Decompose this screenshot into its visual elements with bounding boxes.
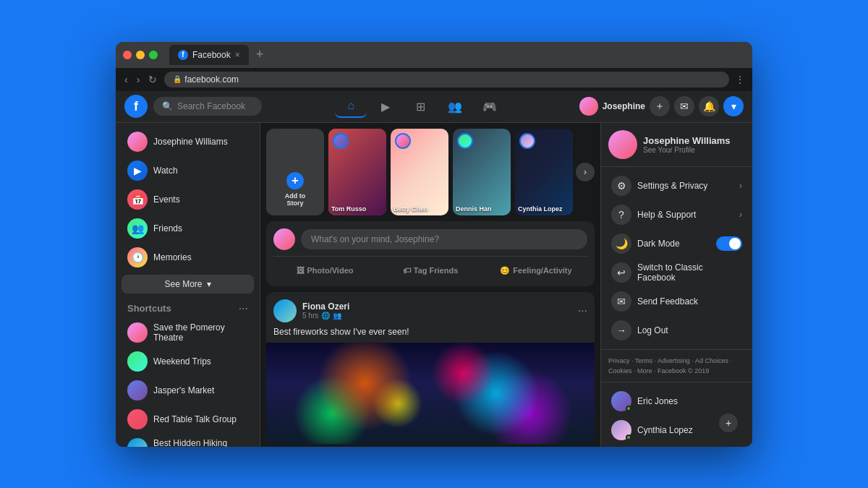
address-input[interactable]: 🔒 facebook.com (164, 72, 729, 87)
sidebar-item-events[interactable]: 📅 Events (122, 185, 254, 214)
sidebar-item-profile[interactable]: Josephine Williams (122, 127, 254, 156)
story-label-tom: Tom Russo (331, 205, 383, 213)
friend-item-betty[interactable]: Betty Chen (605, 445, 748, 446)
maximize-traffic-light[interactable] (149, 51, 158, 59)
nav-groups-button[interactable]: 👥 (439, 95, 471, 118)
footer-text: Privacy · Terms · Advertising · Ad Choic… (608, 356, 745, 377)
shortcut-4-label: Best Hidden Hiking Trails (153, 438, 248, 447)
profile-card-avatar (608, 130, 637, 159)
browser-more-button[interactable]: ⋮ (735, 74, 745, 85)
online-indicator-2 (626, 435, 631, 440)
post-input-row: What's on your mind, Josephine? (273, 228, 587, 250)
add-friend-button[interactable]: + (719, 414, 738, 432)
friend-cynthia-name: Cynthia Lopez (637, 425, 693, 435)
search-input[interactable]: Search Facebook (177, 101, 245, 111)
story-label-betty: Betty Chen (393, 205, 446, 213)
nav-gaming-button[interactable]: 🎮 (474, 95, 506, 118)
refresh-button[interactable]: ↻ (147, 72, 158, 87)
sidebar-item-friends[interactable]: 👥 Friends (122, 214, 254, 243)
shortcuts-more-button[interactable]: ··· (239, 302, 248, 315)
online-indicator (626, 406, 631, 411)
lock-icon: 🔒 (173, 75, 182, 83)
tab-close-button[interactable]: × (235, 50, 240, 60)
send-feedback-label: Send Feedback (637, 296, 742, 307)
feed-post: Fiona Ozeri 5 hrs 🌐 👥 ··· Best fireworks… (266, 292, 595, 444)
post-box: What's on your mind, Josephine? 🖼 Photo/… (266, 221, 595, 286)
feeling-icon: 😊 (500, 266, 510, 275)
events-icon: 📅 (127, 189, 148, 210)
profile-card[interactable]: Josephine Williams See Your Profile (601, 123, 752, 167)
dark-mode-toggle-switch[interactable] (716, 236, 742, 251)
friend-eric-name: Eric Jones (637, 396, 678, 406)
sidebar-shortcut-2[interactable]: Jasper's Market (122, 376, 254, 405)
log-out-item[interactable]: → Log Out (605, 316, 748, 345)
nav-marketplace-button[interactable]: ⊞ (404, 95, 436, 118)
friends-section: Eric Jones Cynthia Lopez Betty Chen (601, 382, 752, 446)
facebook-logo[interactable]: f (124, 95, 148, 118)
shortcut-0-label: Save the Pomeroy Theatre (153, 322, 248, 343)
search-bar[interactable]: 🔍 Search Facebook (153, 97, 262, 116)
shortcut-3-icon (127, 409, 148, 429)
settings-privacy-item[interactable]: ⚙ Settings & Privacy › (605, 171, 748, 200)
help-support-item[interactable]: ? Help & Support › (605, 200, 748, 229)
nav-menu-button[interactable]: ▾ (723, 96, 744, 116)
post-input[interactable]: What's on your mind, Josephine? (301, 229, 587, 249)
add-story-card[interactable]: + Add toStory (266, 129, 324, 215)
watch-icon: ▶ (127, 160, 148, 181)
stories-next-button[interactable]: › (576, 163, 595, 181)
friend-item-eric[interactable]: Eric Jones (605, 387, 748, 416)
new-tab-button[interactable]: + (252, 46, 268, 64)
settings-chevron-icon: › (739, 181, 742, 191)
nav-watch-button[interactable]: ▶ (370, 95, 401, 118)
sidebar-item-watch[interactable]: ▶ Watch (122, 156, 254, 185)
photo-video-button[interactable]: 🖼 Photo/Video (273, 262, 376, 279)
tag-friends-button[interactable]: 🏷 Tag Friends (379, 262, 482, 279)
sidebar-shortcut-3[interactable]: Red Table Talk Group (122, 405, 254, 434)
right-panel: Josephine Williams See Your Profile ⚙ Se… (600, 123, 752, 447)
see-more-button[interactable]: See More ▾ (122, 275, 254, 294)
close-traffic-light[interactable] (123, 51, 132, 59)
logout-icon: → (611, 320, 631, 341)
back-button[interactable]: ‹ (123, 72, 129, 87)
nav-add-button[interactable]: ＋ (650, 96, 670, 116)
minimize-traffic-light[interactable] (136, 51, 145, 59)
shortcut-2-label: Jasper's Market (153, 385, 214, 395)
feeling-activity-button[interactable]: 😊 Feeling/Activity (485, 262, 587, 279)
classic-facebook-label: Switch to Classic Facebook (637, 262, 742, 283)
nav-home-button[interactable]: ⌂ (335, 95, 367, 118)
story-label-cynthia: Cynthia Lopez (518, 205, 570, 213)
classic-facebook-item[interactable]: ↩ Switch to Classic Facebook (605, 258, 748, 287)
post-box-avatar (273, 228, 295, 250)
chevron-down-icon: ▾ (207, 279, 211, 289)
help-icon: ? (611, 205, 631, 225)
nav-messenger-button[interactable]: ✉ (674, 96, 694, 116)
help-support-label: Help & Support (637, 210, 733, 220)
forward-button[interactable]: › (135, 72, 142, 87)
story-card-betty-chen[interactable]: Betty Chen (391, 129, 448, 215)
sidebar-shortcut-1[interactable]: Weekend Trips (122, 347, 254, 376)
friends-icon-small: 👥 (333, 312, 341, 320)
feedback-icon: ✉ (611, 291, 631, 312)
fireworks-image (266, 343, 595, 444)
memories-icon: 🕐 (127, 247, 148, 267)
browser-tab[interactable]: f Facebook × (169, 45, 249, 65)
friends-icon: 👥 (127, 218, 148, 239)
dark-mode-item[interactable]: 🌙 Dark Mode (605, 229, 748, 258)
post-more-button[interactable]: ··· (578, 304, 587, 317)
nav-notifications-button[interactable]: 🔔 (699, 96, 719, 116)
post-meta: 5 hrs 🌐 👥 (302, 312, 572, 320)
sidebar-item-memories[interactable]: 🕐 Memories (122, 243, 254, 272)
shortcut-2-icon (127, 380, 148, 401)
top-nav: f 🔍 Search Facebook ⌂ ▶ ⊞ 👥 🎮 Josephine (116, 91, 752, 123)
globe-icon: 🌐 (321, 312, 330, 320)
profile-card-info: Josephine Williams See Your Profile (643, 135, 731, 154)
story-card-tom-russo[interactable]: Tom Russo (328, 129, 386, 215)
sidebar-shortcut-4[interactable]: Best Hidden Hiking Trails (122, 434, 254, 447)
friend-cynthia-avatar (611, 420, 631, 440)
sidebar-shortcut-0[interactable]: Save the Pomeroy Theatre (122, 318, 254, 347)
shortcut-1-label: Weekend Trips (153, 356, 211, 367)
story-card-dennis-han[interactable]: Dennis Han (453, 129, 511, 215)
story-card-cynthia-lopez[interactable]: Cynthia Lopez (515, 129, 573, 215)
nav-profile[interactable]: Josephine (579, 97, 645, 116)
send-feedback-item[interactable]: ✉ Send Feedback (605, 287, 748, 316)
